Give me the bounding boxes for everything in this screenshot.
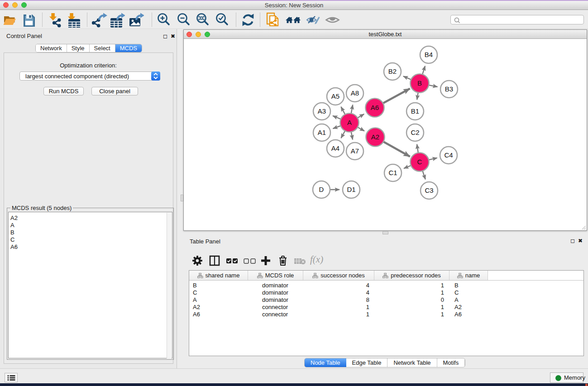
svg-text:A3: A3 [318, 107, 326, 115]
svg-text:C: C [417, 158, 422, 166]
svg-text:B3: B3 [445, 85, 453, 93]
svg-text:B4: B4 [425, 51, 433, 58]
svg-text:A: A [347, 119, 352, 126]
svg-text:A5: A5 [331, 92, 339, 100]
svg-text:C1: C1 [388, 169, 397, 176]
svg-text:A2: A2 [371, 133, 379, 141]
svg-text:A8: A8 [351, 89, 359, 97]
svg-text:C3: C3 [425, 186, 433, 194]
svg-text:B1: B1 [411, 107, 419, 115]
svg-text:D: D [319, 186, 324, 193]
svg-text:D1: D1 [347, 186, 355, 193]
svg-text:C4: C4 [444, 151, 453, 159]
svg-text:B: B [417, 79, 422, 87]
svg-text:B2: B2 [388, 67, 397, 75]
svg-text:A1: A1 [318, 129, 326, 136]
svg-text:A7: A7 [351, 147, 359, 155]
svg-text:A6: A6 [371, 104, 379, 111]
svg-text:A4: A4 [331, 144, 339, 152]
svg-text:C2: C2 [411, 129, 419, 136]
